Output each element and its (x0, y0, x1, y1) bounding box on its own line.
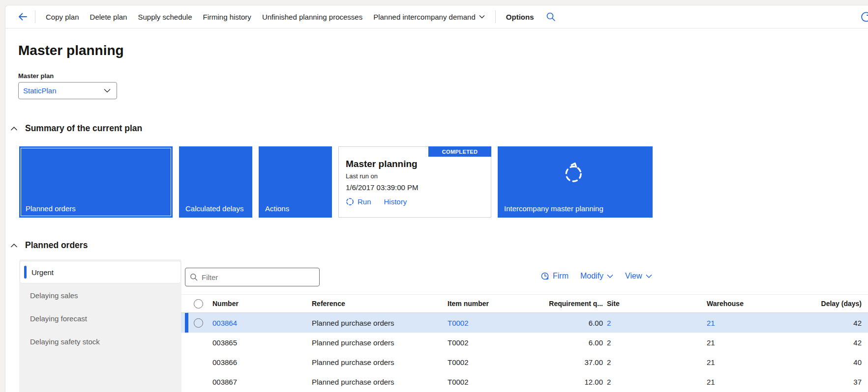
toolbar-divider (35, 10, 35, 23)
tile-planned-orders[interactable]: Planned orders (19, 146, 173, 218)
toolbar-item-planned-intercompany-demand[interactable]: Planned intercompany demand (368, 13, 490, 21)
nav-item-label: Delaying forecast (30, 314, 87, 323)
refresh-button[interactable] (860, 11, 868, 26)
cell-item-number[interactable]: T0002 (448, 352, 469, 372)
cell-item-number[interactable]: T0002 (448, 333, 469, 352)
cell-requirement-qty: 37.00 (584, 352, 603, 372)
last-run-label: Last run on (346, 172, 378, 180)
status-badge: COMPLETED (428, 146, 491, 157)
planned-orders-nav-panel: Urgent Delaying sales Delaying forecast … (19, 259, 181, 392)
app-card: Copy plan Delete plan Supply schedule Fi… (5, 5, 868, 392)
column-header-reference[interactable]: Reference (312, 295, 345, 312)
cell-site[interactable]: 2 (607, 333, 611, 352)
nav-item-urgent[interactable]: Urgent (20, 261, 180, 283)
radio-icon (194, 299, 203, 308)
toolbar-search-button[interactable] (546, 12, 556, 22)
cell-site[interactable]: 2 (607, 372, 611, 392)
table-row[interactable]: 003867 Planned purchase orders T0002 12.… (181, 372, 868, 392)
column-header-site[interactable]: Site (607, 295, 620, 312)
cell-delay-days: 42 (853, 333, 862, 352)
cell-warehouse[interactable]: 21 (707, 372, 715, 392)
select-all-radio[interactable] (194, 295, 203, 312)
cell-requirement-qty: 6.00 (589, 333, 603, 352)
master-plan-combobox[interactable]: StaticPlan (18, 82, 117, 99)
firm-label: Firm (553, 272, 569, 280)
toolbar-item-supply-schedule[interactable]: Supply schedule (132, 13, 197, 21)
column-header-requirement-qty[interactable]: Requirement q... (549, 295, 603, 312)
toolbar-item-firming-history[interactable]: Firming history (198, 13, 257, 21)
column-header-warehouse[interactable]: Warehouse (707, 295, 744, 312)
last-run-value: 1/6/2017 03:39:00 PM (346, 183, 419, 192)
chevron-up-icon (10, 243, 18, 248)
row-radio[interactable] (194, 313, 203, 333)
summary-section-header[interactable]: Summary of the current plan (10, 123, 142, 134)
filter-input[interactable] (202, 273, 315, 281)
cell-number[interactable]: 003866 (212, 352, 237, 372)
nav-item-delaying-forecast[interactable]: Delaying forecast (19, 307, 181, 330)
cell-number[interactable]: 003864 (212, 313, 237, 333)
toolbar-item-copy-plan[interactable]: Copy plan (40, 13, 85, 21)
cell-item-number[interactable]: T0002 (448, 372, 469, 392)
column-header-item-number[interactable]: Item number (448, 295, 489, 312)
column-header-number[interactable]: Number (212, 295, 239, 312)
toolbar-dropdown-label: Planned intercompany demand (373, 13, 476, 21)
nav-item-label: Urgent (31, 268, 54, 277)
grid-header-row: Number Reference Item number Requirement… (181, 295, 868, 313)
back-arrow-icon (17, 11, 28, 22)
tile-label: Planned orders (26, 204, 168, 213)
cell-number[interactable]: 003867 (212, 372, 237, 392)
search-icon (190, 273, 198, 281)
cell-site[interactable]: 2 (607, 313, 611, 333)
table-row[interactable]: 003866 Planned purchase orders T0002 37.… (181, 352, 868, 372)
firm-button[interactable]: Firm (540, 272, 569, 280)
chevron-down-icon (479, 15, 485, 19)
column-header-delay-days[interactable]: Delay (days) (821, 295, 862, 312)
radio-icon (194, 318, 203, 328)
page-title: Master planning (18, 43, 124, 58)
run-label: Run (358, 197, 371, 206)
grid-filter (185, 268, 320, 286)
master-plan-value: StaticPlan (23, 86, 57, 95)
cell-number[interactable]: 003865 (212, 333, 237, 352)
history-button[interactable]: History (384, 197, 407, 206)
run-button[interactable]: Run (346, 197, 371, 206)
dashed-circle-arrow-icon (562, 161, 585, 187)
toolbar-item-unfinished-planning-processes[interactable]: Unfinished planning processes (257, 13, 368, 21)
back-button[interactable] (15, 9, 30, 24)
modify-menu-button[interactable]: Modify (580, 272, 613, 280)
status-card-links: Run History (346, 197, 407, 206)
chevron-down-icon (646, 274, 652, 278)
tile-calculated-delays[interactable]: Calculated delays (179, 146, 252, 218)
modify-label: Modify (580, 272, 603, 280)
tile-label: Intercompany master planning (504, 204, 648, 213)
tile-intercompany-master-planning[interactable]: Intercompany master planning (498, 146, 653, 218)
cell-reference: Planned purchase orders (312, 372, 394, 392)
table-row[interactable]: 003865 Planned purchase orders T0002 6.0… (181, 333, 868, 352)
screen: Copy plan Delete plan Supply schedule Fi… (0, 0, 868, 392)
chevron-down-icon (104, 88, 111, 93)
selected-indicator-bar (24, 266, 27, 279)
toolbar-item-delete-plan[interactable]: Delete plan (85, 13, 133, 21)
master-plan-label: Master plan (18, 72, 54, 80)
dashed-circle-run-icon (346, 197, 354, 206)
grid-actions: Firm Modify View (540, 272, 652, 280)
tile-actions[interactable]: Actions (259, 146, 332, 218)
cell-site[interactable]: 2 (607, 352, 611, 372)
planned-orders-section-header[interactable]: Planned orders (10, 240, 88, 251)
nav-item-label: Delaying sales (30, 291, 78, 300)
view-menu-button[interactable]: View (625, 272, 652, 280)
table-row[interactable]: 003864 Planned purchase orders T0002 6.0… (181, 313, 868, 333)
toolbar-item-options[interactable]: Options (501, 13, 539, 21)
cell-warehouse[interactable]: 21 (707, 333, 715, 352)
nav-item-delaying-sales[interactable]: Delaying sales (19, 284, 181, 307)
summary-tiles: Planned orders Calculated delays Actions… (19, 146, 653, 218)
cell-warehouse[interactable]: 21 (707, 352, 715, 372)
chevron-up-icon (10, 126, 18, 131)
cell-reference: Planned purchase orders (312, 352, 394, 372)
cell-delay-days: 42 (853, 313, 862, 333)
tile-label: Actions (265, 204, 327, 213)
cell-warehouse[interactable]: 21 (707, 313, 715, 333)
nav-item-delaying-safety-stock[interactable]: Delaying safety stock (19, 330, 181, 353)
status-card-title: Master planning (346, 159, 418, 169)
cell-item-number[interactable]: T0002 (448, 313, 469, 333)
